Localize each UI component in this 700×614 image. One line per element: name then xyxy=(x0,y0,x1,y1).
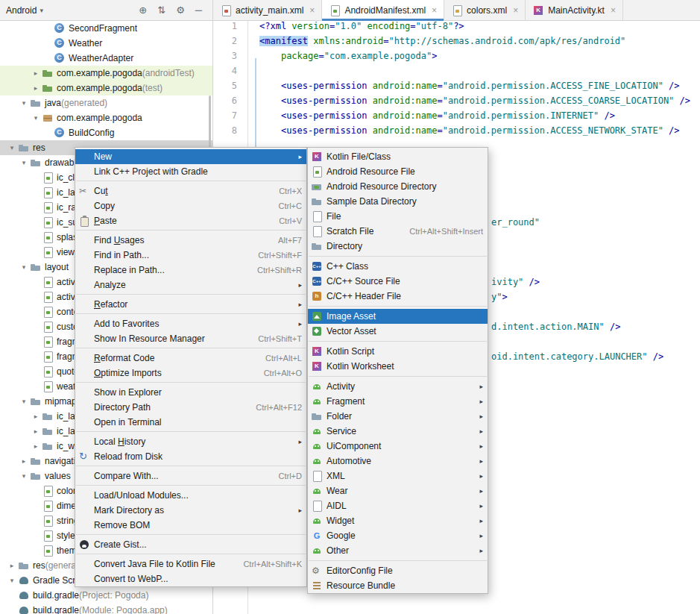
editor-tab-mainactivity-kt[interactable]: MainActivity.kt× xyxy=(526,0,623,21)
code-area[interactable]: <?xml version="1.0" encoding="utf-8"?><m… xyxy=(259,21,700,140)
context-menu-item-refactor[interactable]: Refactor▸ xyxy=(75,297,306,312)
code-token: "http://schemas.android.com/apk/res/andr… xyxy=(388,36,625,46)
context-menu-item-reload-from-disk[interactable]: Reload from Disk xyxy=(75,449,306,464)
new-submenu-item-xml[interactable]: XML▸ xyxy=(308,469,488,483)
context-menu-item-replace-in-path[interactable]: Replace in Path...Ctrl+Shift+R xyxy=(75,263,306,278)
new-submenu-item-service[interactable]: Service▸ xyxy=(308,424,488,439)
context-menu-item-convert-java-file-to-kotlin-file[interactable]: Convert Java File to Kotlin FileCtrl+Alt… xyxy=(75,557,306,571)
tree-expand-arrow-icon[interactable]: ▸ xyxy=(30,427,42,435)
new-submenu-item-other[interactable]: Other▸ xyxy=(308,543,488,558)
new-submenu-item-fragment[interactable]: Fragment▸ xyxy=(308,394,488,409)
new-submenu-item-vector-asset[interactable]: Vector Asset xyxy=(308,324,488,339)
new-submenu-item-directory[interactable]: Directory xyxy=(308,239,488,254)
tree-expand-arrow-icon[interactable]: ▸ xyxy=(6,562,18,569)
new-submenu-item-uicomponent[interactable]: UiComponent▸ xyxy=(308,439,488,454)
tree-expand-arrow-icon[interactable]: ▾ xyxy=(6,144,18,151)
new-submenu-item-aidl[interactable]: AIDL▸ xyxy=(308,498,488,513)
context-menu-item-compare-with[interactable]: Compare With...Ctrl+D xyxy=(75,469,306,483)
close-tab-icon[interactable]: × xyxy=(611,6,616,15)
editor-tab-androidmanifest-xml[interactable]: AndroidManifest.xml× xyxy=(322,0,444,21)
new-submenu-item-editorconfig-file[interactable]: EditorConfig File xyxy=(308,563,488,578)
context-menu-item-add-to-favorites[interactable]: Add to Favorites▸ xyxy=(75,316,306,331)
new-submenu-item-kotlin-file-class[interactable]: Kotlin File/Class xyxy=(308,149,488,164)
context-menu-item-directory-path[interactable]: Directory PathCtrl+Alt+F12 xyxy=(75,400,306,415)
tree-expand-arrow-icon[interactable]: ▾ xyxy=(18,398,30,405)
tree-item-build-gradlemodule-pogoda-app[interactable]: build.gradle (Module: Pogoda.app) xyxy=(0,603,212,614)
new-submenu-item-activity[interactable]: Activity▸ xyxy=(308,379,488,394)
editor-tab-activity-main-xml[interactable]: activity_main.xml× xyxy=(213,0,322,21)
tree-item-suffix: (test) xyxy=(142,83,163,93)
locate-file-icon[interactable]: ⊕ xyxy=(139,0,147,21)
new-submenu-item-widget[interactable]: Widget▸ xyxy=(308,513,488,528)
xml-icon xyxy=(42,351,54,363)
new-submenu-item-c-c-header-file[interactable]: C/C++ Header File xyxy=(308,289,488,304)
close-tab-icon[interactable]: × xyxy=(513,6,518,15)
new-submenu-item-sample-data-directory[interactable]: Sample Data Directory xyxy=(308,194,488,209)
new-submenu-item-resource-bundle[interactable]: Resource Bundle xyxy=(308,578,488,593)
tree-item-build-gradleproject-pogoda[interactable]: build.gradle (Project: Pogoda) xyxy=(0,588,212,603)
new-submenu-item-c-c-source-file[interactable]: C/C++ Source File xyxy=(308,274,488,289)
tree-expand-arrow-icon[interactable]: ▾ xyxy=(30,114,42,122)
tree-expand-arrow-icon[interactable]: ▸ xyxy=(18,457,30,465)
tree-expand-arrow-icon[interactable]: ▾ xyxy=(18,472,30,480)
context-menu-item-mark-directory-as[interactable]: Mark Directory as▸ xyxy=(75,503,306,518)
context-menu-item-paste[interactable]: PasteCtrl+V xyxy=(75,213,306,228)
context-menu-item-find-usages[interactable]: Find UsagesAlt+F7 xyxy=(75,233,306,248)
code-token: "android.permission.INTERNET" xyxy=(443,110,599,121)
context-menu-item-find-in-path[interactable]: Find in Path...Ctrl+Shift+F xyxy=(75,248,306,263)
tree-item-secondfragment[interactable]: SecondFragment xyxy=(0,21,212,36)
new-submenu-item-c-class[interactable]: C++ Class xyxy=(308,259,488,274)
tree-item-com-example-pogoda[interactable]: ▾com.example.pogoda xyxy=(0,110,212,125)
tree-item-buildconfig[interactable]: BuildConfig xyxy=(0,125,212,140)
new-submenu-item-scratch-file[interactable]: Scratch FileCtrl+Alt+Shift+Insert xyxy=(308,224,488,239)
new-submenu-item-google[interactable]: Google▸ xyxy=(308,528,488,543)
new-submenu-item-android-resource-file[interactable]: Android Resource File xyxy=(308,164,488,179)
tree-expand-arrow-icon[interactable]: ▾ xyxy=(6,577,18,584)
settings-gear-icon[interactable]: ⚙ xyxy=(176,0,185,21)
tree-item-javagenerated[interactable]: ▾java (generated) xyxy=(0,95,212,110)
context-menu-item-copy[interactable]: CopyCtrl+C xyxy=(75,198,306,213)
context-menu-item-show-in-resource-manager[interactable]: Show In Resource ManagerCtrl+Shift+T xyxy=(75,331,306,346)
tree-expand-arrow-icon[interactable]: ▸ xyxy=(30,413,42,420)
tree-expand-arrow-icon[interactable]: ▸ xyxy=(30,84,42,92)
tree-item-weather[interactable]: Weather xyxy=(0,36,212,51)
context-menu-item-reformat-code[interactable]: Reformat CodeCtrl+Alt+L xyxy=(75,351,306,366)
new-submenu-item-image-asset[interactable]: Image Asset xyxy=(308,309,488,324)
folder-icon xyxy=(18,560,30,571)
new-submenu-item-wear[interactable]: Wear▸ xyxy=(308,483,488,498)
collapse-all-icon[interactable]: ⇅ xyxy=(157,0,165,21)
context-menu-item-optimize-imports[interactable]: Optimize ImportsCtrl+Alt+O xyxy=(75,366,306,380)
context-menu-item-analyze[interactable]: Analyze▸ xyxy=(75,278,306,292)
menu-item-label: Convert to WebP... xyxy=(94,574,302,584)
new-submenu-item-automotive[interactable]: Automotive▸ xyxy=(308,454,488,469)
context-menu-item-cut[interactable]: CutCtrl+X xyxy=(75,184,306,198)
editor-tab-colors-xml[interactable]: colors.xml× xyxy=(444,0,526,21)
project-view-selector[interactable]: Android ▾ xyxy=(6,5,43,16)
tree-item-com-example-pogodatest[interactable]: ▸com.example.pogoda (test) xyxy=(0,81,212,95)
new-submenu-item-kotlin-worksheet[interactable]: Kotlin Worksheet xyxy=(308,359,488,374)
tree-expand-arrow-icon[interactable]: ▾ xyxy=(18,159,30,166)
context-menu-item-convert-to-webp[interactable]: Convert to WebP... xyxy=(75,571,306,586)
close-tab-icon[interactable]: × xyxy=(432,6,437,15)
tab-label: activity_main.xml xyxy=(236,5,303,16)
context-menu-item-link-c-project-with-gradle[interactable]: Link C++ Project with Gradle xyxy=(75,164,306,179)
context-menu-item-local-history[interactable]: Local History▸ xyxy=(75,434,306,449)
tree-expand-arrow-icon[interactable]: ▸ xyxy=(30,69,42,77)
close-tab-icon[interactable]: × xyxy=(309,6,315,15)
tree-item-weatheradapter[interactable]: WeatherAdapter xyxy=(0,51,212,66)
tree-item-com-example-pogodaandroidtest[interactable]: ▸com.example.pogoda (androidTest) xyxy=(0,66,212,81)
hide-panel-icon[interactable]: ─ xyxy=(195,0,202,21)
new-submenu-item-file[interactable]: File xyxy=(308,209,488,224)
new-submenu-item-folder[interactable]: Folder▸ xyxy=(308,409,488,424)
new-submenu-item-kotlin-script[interactable]: Kotlin Script xyxy=(308,344,488,359)
tree-expand-arrow-icon[interactable]: ▾ xyxy=(18,263,30,271)
tree-expand-arrow-icon[interactable]: ▸ xyxy=(30,442,42,450)
context-menu-item-new[interactable]: New▸ xyxy=(75,149,306,164)
context-menu-item-create-gist[interactable]: Create Gist... xyxy=(75,537,306,552)
context-menu-item-remove-bom[interactable]: Remove BOM xyxy=(75,518,306,533)
context-menu-item-load-unload-modules[interactable]: Load/Unload Modules... xyxy=(75,488,306,503)
new-submenu-item-android-resource-directory[interactable]: Android Resource Directory xyxy=(308,179,488,194)
context-menu-item-show-in-explorer[interactable]: Show in Explorer xyxy=(75,385,306,400)
tree-expand-arrow-icon[interactable]: ▾ xyxy=(18,99,30,107)
context-menu-item-open-in-terminal[interactable]: Open in Terminal xyxy=(75,415,306,430)
